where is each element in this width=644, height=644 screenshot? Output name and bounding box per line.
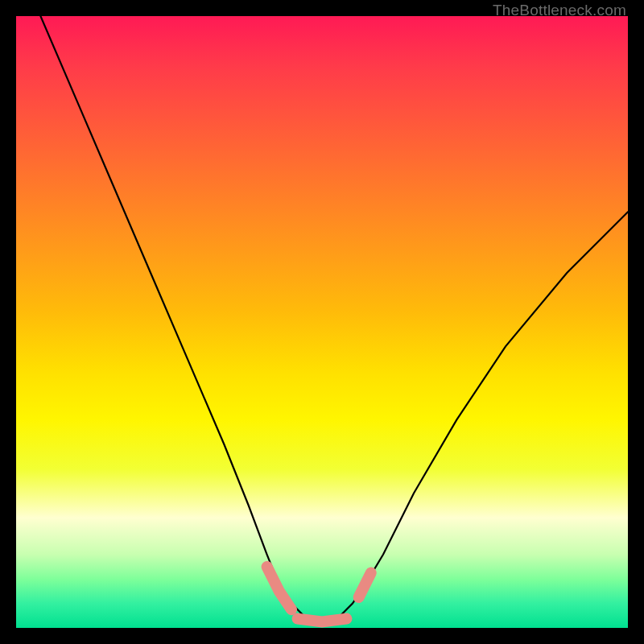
bottleneck-curve	[40, 16, 628, 621]
plot-area	[16, 16, 628, 628]
curve-layer	[16, 16, 628, 628]
left-sweet-spot-marker	[267, 567, 291, 609]
chart-frame: TheBottleneck.com	[0, 0, 644, 644]
right-sweet-spot-marker	[359, 573, 371, 597]
bottom-sweet-spot-marker	[298, 619, 347, 622]
